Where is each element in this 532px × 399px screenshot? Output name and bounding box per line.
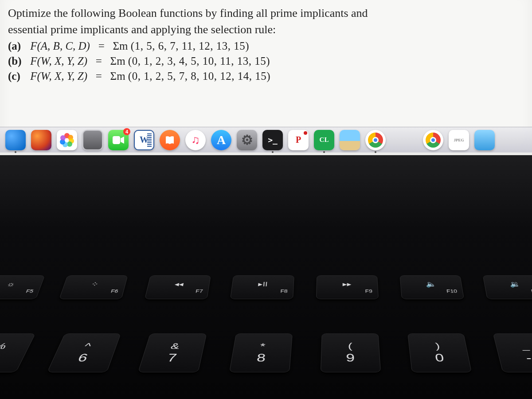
dock-app-firefox[interactable] <box>31 130 51 150</box>
key-label: F5 <box>25 288 35 293</box>
prompt-line-2: essential prime implicants and applying … <box>8 22 524 37</box>
gear-icon: ⚙ <box>241 132 253 148</box>
dock-app-clion[interactable]: CL <box>314 130 334 150</box>
key-label: F10 <box>446 288 458 293</box>
chrome-ring-icon <box>426 133 441 148</box>
dot-indicator <box>15 151 16 153</box>
dock-app-system-preferences[interactable]: ⚙ <box>237 130 257 150</box>
parallels-p-icon: P <box>296 135 301 145</box>
key-shift-char: ) <box>435 342 441 350</box>
key-6[interactable]: ^ 6 <box>47 333 121 372</box>
screen-document: Optimize the following Boolean functions… <box>0 0 532 155</box>
item-function: F(A, B, C, D) <box>30 40 90 52</box>
word-lines-icon <box>147 133 152 147</box>
dock-app-chrome-2[interactable] <box>423 130 443 150</box>
clion-label-icon: CL <box>320 136 329 144</box>
item-label: (b) <box>8 55 27 67</box>
rewind-icon: ◂◂ <box>174 281 184 287</box>
equals-sign: = <box>96 55 102 67</box>
key-f11[interactable]: 🔉 F11 <box>482 275 532 299</box>
dock-app-contacts[interactable] <box>82 130 103 150</box>
dock-app-word[interactable]: W <box>134 130 154 150</box>
key-5[interactable]: % 5 <box>0 333 35 372</box>
key-minus[interactable]: _ - <box>493 333 532 372</box>
appstore-a-icon: A <box>217 133 226 147</box>
dock-app-terminal[interactable]: >_ <box>262 130 283 150</box>
number-key-row: % 5 ^ 6 & 7 * 8 ( 9 ) 0 _ - <box>0 333 532 372</box>
volume-down-icon: 🔉 <box>509 281 521 287</box>
item-function: F(W, X, Y, Z) <box>30 55 87 67</box>
equals-sign: = <box>96 70 102 82</box>
problem-item-b: (b) F(W, X, Y, Z) = Σm (0, 1, 2, 3, 4, 5… <box>8 55 524 67</box>
photos-flower-icon <box>60 133 74 147</box>
key-main-char: 8 <box>256 352 266 363</box>
minterm-list: (0, 1, 2, 3, 4, 5, 10, 11, 13, 15) <box>128 55 270 67</box>
key-label: F7 <box>195 288 203 293</box>
fast-forward-icon: ▸▸ <box>343 281 352 287</box>
item-label: (c) <box>8 70 27 82</box>
dock-app-parallels[interactable]: P <box>288 130 309 150</box>
chrome-ring-icon <box>368 133 383 148</box>
dock-app-photos[interactable] <box>57 130 77 150</box>
brightness-down-icon: ☼ <box>6 281 16 287</box>
terminal-prompt-icon: >_ <box>268 135 278 145</box>
prompt-line-1: Optimize the following Boolean functions… <box>8 5 524 21</box>
sigma-symbol: Σm <box>110 55 125 67</box>
laptop-keyboard-area: ☼ F5 ⁘ F6 ◂◂ F7 ▸II F8 ▸▸ F9 🔈 F10 🔉 F11 <box>0 155 532 399</box>
dock-app-chrome[interactable] <box>365 130 386 150</box>
key-0[interactable]: ) 0 <box>407 333 472 372</box>
key-8[interactable]: * 8 <box>229 333 293 372</box>
equals-sign: = <box>98 40 105 52</box>
key-main-char: 0 <box>434 352 445 363</box>
key-label: F6 <box>110 288 119 293</box>
problem-item-a: (a) F(A, B, C, D) = Σm (1, 5, 6, 7, 11, … <box>8 40 524 52</box>
dock-app-facetime[interactable]: 4 <box>108 130 129 150</box>
key-main-char: 9 <box>346 352 355 363</box>
key-shift-char: _ <box>520 342 530 350</box>
dot-indicator <box>323 151 325 153</box>
mute-icon: 🔈 <box>425 281 437 287</box>
key-shift-char: ( <box>348 342 352 350</box>
dock-app-generic-blue[interactable] <box>5 130 26 150</box>
brightness-up-icon: ⁘ <box>90 281 100 287</box>
dock-file-jpeg[interactable]: JPEG <box>449 130 469 150</box>
key-f7[interactable]: ◂◂ F7 <box>145 275 211 299</box>
dock-app-image-preview[interactable] <box>340 130 360 150</box>
notification-badge: 4 <box>123 128 130 135</box>
dock-app-appstore[interactable]: A <box>211 130 231 150</box>
item-label: (a) <box>8 40 27 52</box>
sigma-symbol: Σm <box>110 70 125 82</box>
key-shift-char: % <box>0 342 8 350</box>
key-f8[interactable]: ▸II F8 <box>230 275 294 299</box>
key-9[interactable]: ( 9 <box>321 333 381 372</box>
key-7[interactable]: & 7 <box>138 333 207 372</box>
book-icon <box>164 135 175 145</box>
key-f10[interactable]: 🔈 F10 <box>399 275 464 299</box>
jpeg-label-icon: JPEG <box>454 138 464 142</box>
key-f6[interactable]: ⁘ F6 <box>59 275 128 299</box>
key-main-char: - <box>524 352 532 363</box>
key-f5[interactable]: ☼ F5 <box>0 275 45 299</box>
parallels-dot-icon <box>304 131 307 135</box>
key-main-char: 5 <box>0 352 1 363</box>
sigma-symbol: Σm <box>113 40 128 52</box>
key-label: F9 <box>365 288 372 293</box>
item-function: F(W, X, Y, Z) <box>30 70 87 82</box>
dock-app-preview[interactable] <box>474 130 495 150</box>
minterm-list: (0, 1, 2, 5, 7, 8, 10, 12, 14, 15) <box>128 70 270 82</box>
key-shift-char: ^ <box>83 342 92 350</box>
key-f9[interactable]: ▸▸ F9 <box>316 275 379 299</box>
dot-indicator <box>375 151 376 153</box>
key-shift-char: * <box>260 342 266 350</box>
dock-app-books[interactable] <box>160 130 180 150</box>
macos-dock: 4 W ♫ A ⚙ >_ P CL JPEG <box>0 127 532 153</box>
dock-app-music[interactable]: ♫ <box>185 130 206 150</box>
function-key-row: ☼ F5 ⁘ F6 ◂◂ F7 ▸II F8 ▸▸ F9 🔈 F10 🔉 F11 <box>0 275 532 299</box>
key-shift-char: & <box>170 342 180 350</box>
key-main-char: 6 <box>76 352 89 363</box>
music-note-icon: ♫ <box>191 133 200 147</box>
svg-rect-0 <box>113 136 120 144</box>
dot-indicator <box>272 151 274 153</box>
play-pause-icon: ▸II <box>258 281 268 287</box>
key-main-char: 7 <box>166 352 178 363</box>
